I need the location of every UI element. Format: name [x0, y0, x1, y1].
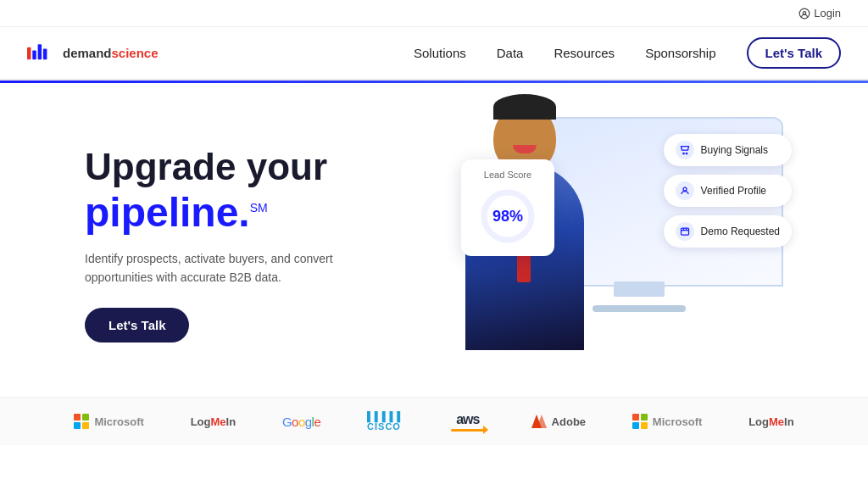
- nav-links: Solutions Data Resources Sponsorship Let…: [414, 37, 841, 69]
- nav-data[interactable]: Data: [497, 46, 524, 60]
- demo-requested-label: Demo Requested: [701, 226, 780, 237]
- logo-logmein-2: LogMeIn: [748, 415, 793, 428]
- hero-title-blue: pipeline.SM: [85, 190, 268, 235]
- aws-label: aws: [451, 412, 485, 432]
- feature-pills: Buying Signals Verified Profile Demo Req…: [664, 134, 792, 248]
- logo[interactable]: demandscience: [27, 44, 159, 63]
- logo-text: demandscience: [63, 46, 159, 60]
- hero-sm-text: SM: [250, 201, 268, 214]
- nav-solutions[interactable]: Solutions: [414, 46, 466, 60]
- buying-signals-label: Buying Signals: [701, 144, 768, 156]
- microsoft-2-grid-icon: [632, 414, 648, 429]
- monitor-base: [593, 305, 686, 312]
- cisco-label: ▌▌▌▌▌ CISCO: [367, 411, 404, 432]
- svg-rect-4: [43, 48, 47, 59]
- hero-section: Upgrade your pipeline.SM Identify prospe…: [0, 83, 868, 397]
- login-link[interactable]: Login: [798, 7, 841, 19]
- feature-pill-buying-signals: Buying Signals: [664, 134, 792, 166]
- logmein-2-label: LogMeIn: [748, 415, 793, 428]
- svg-point-8: [683, 187, 687, 191]
- buying-signals-icon: [676, 141, 694, 159]
- logo-cisco: ▌▌▌▌▌ CISCO: [367, 411, 404, 432]
- login-label: Login: [814, 7, 841, 19]
- svg-point-6: [682, 153, 684, 154]
- monitor-stand: [614, 281, 665, 297]
- main-nav: demandscience Solutions Data Resources S…: [0, 27, 868, 81]
- svg-rect-2: [32, 50, 36, 59]
- score-label: Lead Score: [475, 170, 541, 180]
- microsoft-1-label: Microsoft: [94, 415, 144, 428]
- score-circle: 98%: [478, 187, 537, 246]
- feature-pill-demo-requested: Demo Requested: [664, 215, 792, 248]
- score-value: 98%: [492, 208, 523, 226]
- svg-point-0: [799, 8, 810, 19]
- logos-bar: Microsoft LogMeIn Google ▌▌▌▌▌ CISCO aws: [0, 397, 868, 445]
- hero-title-line1: Upgrade your: [85, 146, 327, 187]
- microsoft-grid-icon: [74, 414, 89, 429]
- adobe-icon: [531, 415, 547, 428]
- logo-aws: aws: [451, 412, 485, 432]
- hero-pipeline-text: pipeline.: [85, 190, 250, 235]
- nav-resources[interactable]: Resources: [554, 46, 615, 60]
- feature-pill-verified-profile: Verified Profile: [664, 175, 792, 207]
- person-hair: [493, 94, 556, 120]
- hero-left: Upgrade your pipeline.SM Identify prospe…: [85, 146, 373, 343]
- logo-science: science: [112, 46, 159, 60]
- logo-microsoft-2: Microsoft: [632, 414, 703, 429]
- logmein-1-label: LogMeIn: [191, 415, 236, 428]
- demo-requested-icon: [676, 222, 694, 241]
- google-label: Google: [282, 415, 320, 429]
- logo-adobe: Adobe: [531, 415, 586, 428]
- score-card: Lead Score 98%: [461, 159, 554, 256]
- user-circle-icon: [798, 8, 810, 19]
- svg-rect-3: [38, 44, 42, 59]
- top-bar: Login: [0, 0, 868, 27]
- hero-subtitle: Identify prospects, activate buyers, and…: [85, 249, 373, 287]
- logo-microsoft-1: Microsoft: [74, 414, 144, 429]
- hero-title: Upgrade your pipeline.SM: [85, 146, 373, 236]
- logo-icon: [27, 44, 58, 63]
- adobe-label: Adobe: [552, 415, 586, 428]
- svg-point-7: [686, 153, 687, 154]
- logo-logmein-1: LogMeIn: [191, 415, 236, 428]
- verified-profile-icon: [676, 181, 694, 200]
- hero-cta-button[interactable]: Let's Talk: [85, 308, 189, 343]
- svg-rect-9: [681, 228, 688, 235]
- nav-sponsorship[interactable]: Sponsorship: [645, 46, 715, 60]
- nav-cta-button[interactable]: Let's Talk: [747, 37, 841, 69]
- microsoft-2-label: Microsoft: [653, 415, 703, 428]
- verified-profile-label: Verified Profile: [701, 185, 766, 197]
- logo-google: Google: [282, 415, 320, 429]
- hero-right: Lead Score 98% Buying Signals: [427, 109, 800, 380]
- svg-rect-1: [27, 47, 31, 58]
